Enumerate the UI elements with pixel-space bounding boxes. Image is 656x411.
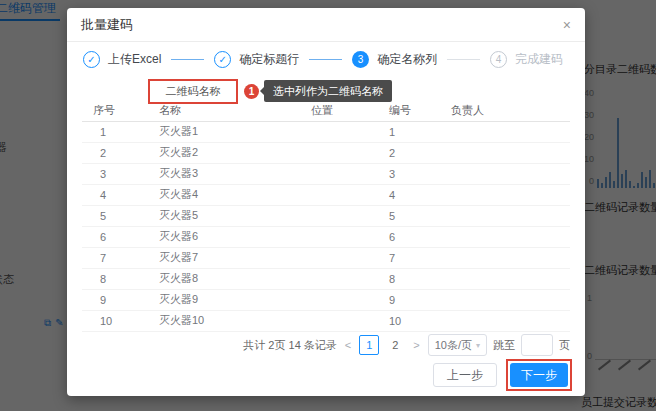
table-cell: 灭火器5	[149, 205, 301, 226]
step-confirm-header-row: ✓ 确定标题行	[214, 51, 299, 68]
table-cell	[441, 142, 570, 163]
table-cell: 2	[379, 142, 441, 163]
table-cell: 10	[82, 310, 149, 331]
step-number-badge: 3	[352, 51, 369, 68]
annotation-marker-1: 1	[244, 84, 259, 99]
prev-page-button[interactable]: <	[343, 339, 353, 351]
step-connector	[447, 59, 480, 60]
table-header-row: 序号 名称 位置 编号 负责人	[82, 100, 570, 121]
table-cell: 9	[379, 289, 441, 310]
table-cell: 9	[82, 289, 149, 310]
table-cell: 1	[82, 121, 149, 142]
table-cell	[301, 142, 379, 163]
table-cell	[301, 184, 379, 205]
column-header-name[interactable]: 名称	[149, 100, 301, 121]
step-number-badge: 4	[490, 51, 507, 68]
table-cell: 灭火器1	[149, 121, 301, 142]
jump-suffix: 页	[559, 338, 570, 353]
table-cell: 灭火器6	[149, 226, 301, 247]
pagination-total: 共计 2页 14 条记录	[243, 338, 337, 353]
table-cell	[441, 163, 570, 184]
table-cell	[441, 289, 570, 310]
table-row: 10灭火器1010	[82, 310, 570, 331]
annotation-highlight-next-button: 下一步	[506, 359, 572, 391]
chevron-down-icon: ▾	[476, 341, 480, 350]
page-size-select[interactable]: 10条/页 ▾	[428, 334, 487, 356]
table-cell: 8	[82, 268, 149, 289]
table-cell	[301, 226, 379, 247]
page-button-2[interactable]: 2	[385, 335, 405, 355]
table-row: 4灭火器44	[82, 184, 570, 205]
table-cell: 2	[82, 142, 149, 163]
table-cell: 5	[82, 205, 149, 226]
table-cell: 灭火器7	[149, 247, 301, 268]
table-cell: 3	[379, 163, 441, 184]
table-cell: 灭火器2	[149, 142, 301, 163]
modal-footer: 上一步 下一步	[433, 359, 572, 391]
table-cell: 4	[82, 184, 149, 205]
table-cell: 1	[379, 121, 441, 142]
table-cell	[301, 310, 379, 331]
table-cell: 灭火器4	[149, 184, 301, 205]
table-cell	[301, 289, 379, 310]
table-cell: 8	[379, 268, 441, 289]
table-cell	[441, 121, 570, 142]
column-header-index: 序号	[82, 100, 149, 121]
tooltip-arrow	[260, 87, 264, 95]
tooltip: 选中列作为二维码名称	[264, 80, 392, 102]
table-cell: 灭火器3	[149, 163, 301, 184]
table-cell	[441, 226, 570, 247]
table-cell: 灭火器10	[149, 310, 301, 331]
step-connector	[171, 59, 204, 60]
step-upload-excel: ✓ 上传Excel	[83, 51, 161, 68]
table-cell: 5	[379, 205, 441, 226]
table-body: 1灭火器112灭火器223灭火器334灭火器445灭火器556灭火器667灭火器…	[82, 121, 570, 331]
step-confirm-name-column: 3 确定名称列	[352, 51, 437, 68]
table-cell	[301, 121, 379, 142]
modal-title: 批量建码	[81, 17, 133, 32]
table-row: 8灭火器88	[82, 268, 570, 289]
table-row: 5灭火器55	[82, 205, 570, 226]
step-finish-codes: 4 完成建码	[490, 51, 563, 68]
table-row: 9灭火器99	[82, 289, 570, 310]
step-connector	[309, 59, 342, 60]
table-cell: 灭火器8	[149, 268, 301, 289]
stepper: ✓ 上传Excel ✓ 确定标题行 3 确定名称列 4 完成建码	[83, 48, 563, 70]
pagination: 共计 2页 14 条记录 < 1 2 > 10条/页 ▾ 跳至 页	[243, 333, 570, 357]
table-cell: 6	[379, 226, 441, 247]
table-cell	[301, 205, 379, 226]
jump-page-input[interactable]	[521, 334, 553, 356]
table-row: 3灭火器33	[82, 163, 570, 184]
next-page-button[interactable]: >	[411, 339, 421, 351]
table-row: 1灭火器11	[82, 121, 570, 142]
table-cell	[301, 268, 379, 289]
column-header-location[interactable]: 位置	[301, 100, 379, 121]
prev-step-button[interactable]: 上一步	[433, 363, 497, 387]
table-cell: 灭火器9	[149, 289, 301, 310]
check-icon: ✓	[83, 51, 100, 68]
table-cell: 6	[82, 226, 149, 247]
table-cell	[301, 247, 379, 268]
table-cell: 10	[379, 310, 441, 331]
column-header-owner[interactable]: 负责人	[441, 100, 570, 121]
table-cell: 3	[82, 163, 149, 184]
table-row: 2灭火器22	[82, 142, 570, 163]
table-cell: 7	[82, 247, 149, 268]
table-cell	[441, 247, 570, 268]
preview-table: 序号 名称 位置 编号 负责人 1灭火器112灭火器223灭火器334灭火器44…	[82, 100, 570, 332]
screen: 二维码管理 器 状态 ⧉ ✎ 分目录二维码数量 40 30 20 10 0 二维…	[0, 0, 656, 411]
table-cell	[441, 205, 570, 226]
column-header-number[interactable]: 编号	[379, 100, 441, 121]
qr-name-column-tag[interactable]: 二维码名称	[166, 84, 221, 99]
table-cell: 4	[379, 184, 441, 205]
jump-label: 跳至	[493, 338, 515, 353]
table-row: 6灭火器66	[82, 226, 570, 247]
next-step-button[interactable]: 下一步	[510, 363, 568, 387]
check-icon: ✓	[214, 51, 231, 68]
table-cell	[441, 268, 570, 289]
table-cell	[441, 310, 570, 331]
table-row: 7灭火器77	[82, 247, 570, 268]
close-icon[interactable]: ×	[563, 8, 571, 42]
page-button-1[interactable]: 1	[359, 335, 379, 355]
modal-header: 批量建码 ×	[67, 8, 585, 42]
